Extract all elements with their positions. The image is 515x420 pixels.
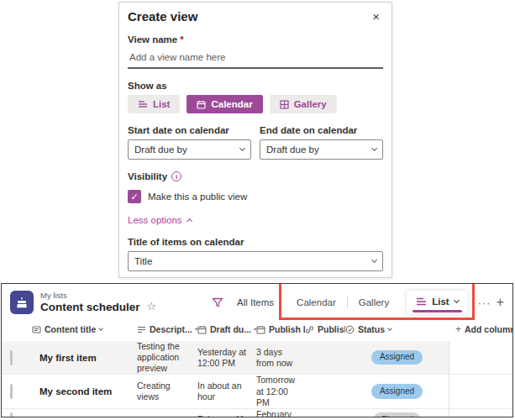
table-row[interactable]: My third item February 11 February 14 Pl… — [2, 409, 512, 417]
cake-icon — [15, 296, 29, 309]
list-icon — [416, 297, 427, 306]
column-header-publish-by[interactable]: Publish by — [256, 324, 305, 334]
list-app-icon — [10, 291, 34, 314]
status-circle-icon — [345, 325, 355, 334]
cell-draft-due: February 11 — [197, 414, 256, 417]
row-gutter — [2, 384, 32, 399]
cell-publish-by: Tomorrow at 12:00 PM — [256, 375, 305, 407]
cell-add-column[interactable] — [449, 341, 512, 374]
table-body: My first item Testing the application pr… — [2, 341, 512, 417]
view-name-label: View name * — [128, 34, 383, 45]
column-header-content-title[interactable]: Content title — [32, 324, 137, 334]
screenshot-root: Create view × View name * Show as List C… — [0, 0, 515, 420]
calendar-icon — [197, 100, 206, 109]
create-view-dialog: Create view × View name * Show as List C… — [118, 2, 392, 278]
page-title: Content scheduler — [40, 301, 140, 314]
show-as-label: Show as — [128, 81, 383, 91]
table-header-row: Content title Descript... Draft du... Pu… — [2, 321, 512, 338]
list-app-panel: My lists Content scheduler ☆ All Items C… — [1, 283, 513, 417]
add-view-icon[interactable]: + — [497, 295, 504, 310]
cell-status: Assigned — [345, 384, 449, 399]
public-view-label: Make this a public view — [148, 192, 247, 202]
cell-draft-due: In about an hour — [197, 381, 256, 402]
multiline-icon — [137, 326, 146, 333]
view-tab-group: Calendar Gallery List — [286, 291, 468, 314]
calendar-icon — [197, 325, 207, 334]
title-items-select[interactable]: Title — [128, 251, 383, 271]
show-as-group: List Calendar Gallery — [128, 95, 383, 113]
cell-content-title[interactable]: My second item — [32, 386, 137, 397]
row-gutter — [2, 412, 32, 417]
visibility-label: Visibility i — [128, 171, 383, 181]
cell-status: Planned — [345, 412, 449, 417]
link-icon — [305, 325, 314, 334]
tab-calendar[interactable]: Calendar — [286, 297, 347, 307]
chevron-down-icon — [387, 326, 392, 331]
tab-list-selected[interactable]: List — [407, 291, 467, 314]
title-items-label: Title of items on calendar — [128, 237, 383, 247]
column-header-published[interactable]: Publishe... — [305, 324, 345, 334]
more-options-icon[interactable]: ··· — [478, 297, 491, 309]
text-column-icon — [32, 325, 41, 334]
chevron-down-icon — [239, 145, 245, 151]
row-handle — [10, 350, 13, 365]
chevron-down-icon — [454, 297, 460, 303]
show-as-list-button[interactable]: List — [128, 95, 180, 113]
cell-content-title[interactable]: My third item — [32, 414, 137, 417]
chevron-down-icon — [371, 145, 377, 151]
cell-draft-due: Yesterday at 12:00 PM — [197, 347, 256, 369]
cell-status: Assigned — [345, 350, 449, 365]
all-items-view[interactable]: All Items — [237, 297, 274, 307]
list-icon — [138, 100, 148, 108]
show-as-calendar-button[interactable]: Calendar — [187, 95, 262, 113]
plus-icon: + — [455, 323, 461, 335]
gallery-icon — [280, 100, 289, 109]
status-badge: Assigned — [371, 350, 423, 365]
table-row[interactable]: My first item Testing the application pr… — [2, 341, 512, 375]
chevron-up-icon — [187, 218, 192, 224]
cell-description: Testing the application preview — [137, 341, 197, 374]
filter-icon[interactable] — [212, 297, 223, 308]
tab-gallery[interactable]: Gallery — [348, 297, 400, 307]
cell-description: Creating views — [137, 381, 197, 402]
calendar-icon — [256, 325, 265, 334]
end-date-label: End date on calendar — [260, 125, 383, 135]
start-date-label: Start date on calendar — [128, 125, 251, 135]
chevron-down-icon — [371, 257, 377, 263]
less-options-link[interactable]: Less options — [128, 215, 383, 225]
status-badge: Assigned — [371, 384, 423, 399]
selected-tab-underline — [413, 310, 461, 312]
end-date-select[interactable]: Draft due by — [260, 139, 383, 160]
table-row[interactable]: My second item Creating views In about a… — [2, 375, 512, 408]
status-badge: Planned — [373, 412, 421, 417]
cell-add-column[interactable] — [449, 409, 512, 417]
info-icon[interactable]: i — [171, 171, 181, 181]
row-handle — [10, 412, 13, 417]
favorite-star-icon[interactable]: ☆ — [147, 301, 157, 313]
column-header-description[interactable]: Descript... — [137, 324, 197, 334]
cell-add-column[interactable] — [449, 375, 512, 407]
cell-publish-by: February 14 — [256, 409, 305, 417]
required-asterisk: * — [180, 34, 183, 45]
show-as-gallery-button[interactable]: Gallery — [270, 95, 337, 113]
list-toolbar: My lists Content scheduler ☆ All Items C… — [2, 284, 512, 321]
chevron-down-icon — [98, 326, 103, 331]
column-header-status[interactable]: Status — [345, 324, 449, 334]
view-name-input[interactable] — [128, 50, 383, 69]
row-handle — [10, 384, 13, 399]
public-view-checkbox[interactable]: ✓ — [128, 190, 141, 203]
add-column-button[interactable]: + Add column — [449, 323, 512, 335]
cell-content-title[interactable]: My first item — [32, 352, 137, 364]
dialog-title: Create view — [128, 9, 197, 24]
start-date-select[interactable]: Draft due by — [128, 139, 251, 160]
close-icon[interactable]: × — [369, 9, 383, 24]
column-header-draft-due[interactable]: Draft du... — [197, 324, 256, 334]
row-gutter — [2, 350, 32, 365]
breadcrumb[interactable]: My lists — [40, 291, 156, 301]
cell-publish-by: 3 days from now — [256, 347, 305, 369]
